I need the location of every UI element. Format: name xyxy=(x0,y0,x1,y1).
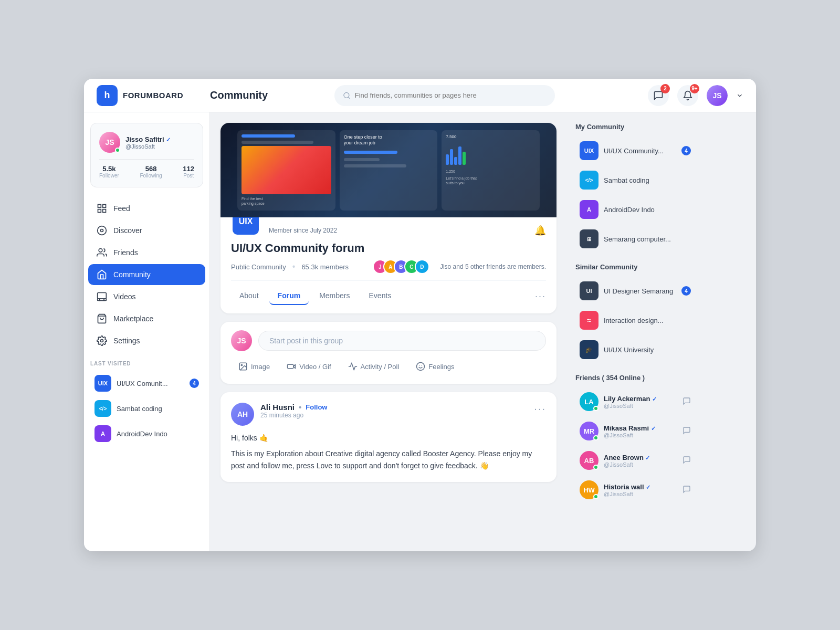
tab-more-button[interactable]: ··· xyxy=(535,291,546,301)
message-icon xyxy=(682,485,691,494)
activity-icon xyxy=(348,362,358,371)
svg-rect-4 xyxy=(98,209,101,213)
friend-info-historia: Historia wall ✓ @JissoSaft xyxy=(604,483,677,497)
svg-point-8 xyxy=(99,249,102,253)
community-list-name: UI Designer Semarang xyxy=(604,287,676,295)
friend-item-historia[interactable]: HW Historia wall ✓ @JissoSaft xyxy=(575,476,695,503)
member-note: Jiso and 5 other friends are members. xyxy=(440,263,546,270)
similar-community-item-interaction[interactable]: ≈ Interaction design... xyxy=(575,307,695,334)
notifications-button[interactable]: 9+ xyxy=(677,85,698,106)
verified-icon: ✓ xyxy=(645,455,650,461)
my-community-item-androiddev[interactable]: A AndroidDev Indo xyxy=(575,196,695,223)
center-content: Find the bestparking space One step clos… xyxy=(210,112,567,551)
svg-point-6 xyxy=(98,226,107,235)
community-name: UI/UX Community forum xyxy=(231,242,546,255)
sidebar-item-marketplace[interactable]: Marketplace xyxy=(88,308,205,329)
sidebar-item-community[interactable]: Community xyxy=(88,264,205,285)
community-card: Find the bestparking space One step clos… xyxy=(220,123,556,313)
settings-icon xyxy=(97,335,107,346)
bell-button[interactable]: 🔔 xyxy=(534,225,546,236)
friend-name: Mikasa Rasmi ✓ xyxy=(604,424,677,432)
user-avatar-button[interactable]: JS xyxy=(707,85,728,106)
stat-following: 568 Following xyxy=(140,165,162,178)
message-icon xyxy=(682,426,691,435)
friend-item-lily[interactable]: LA Lily Ackerman ✓ @JissoSaft xyxy=(575,388,695,415)
post-card: AH Ali Husni • Follow 25 minutes ago ···… xyxy=(220,392,556,482)
community-icon-interaction: ≈ xyxy=(580,311,598,330)
visited-item-androiddev[interactable]: A AndroidDev Indo xyxy=(90,421,203,446)
community-list-name: Sambat coding xyxy=(604,176,691,184)
similar-community-item-uidesign[interactable]: UI UI Designer Semarang 4 xyxy=(575,277,695,304)
visited-item-uiux[interactable]: UIX UI/UX Comunit... 4 xyxy=(90,371,203,396)
avatar-initials: JS xyxy=(712,91,721,100)
verified-icon: ✓ xyxy=(166,136,171,143)
friend-name: Lily Ackerman ✓ xyxy=(604,395,677,403)
search-bar[interactable] xyxy=(334,85,555,106)
activity-action-label: Activity / Poll xyxy=(361,363,400,371)
friends-title: Friends ( 354 Online ) xyxy=(575,374,695,382)
logo-icon: h xyxy=(97,85,118,106)
svg-line-1 xyxy=(348,97,350,98)
messages-badge: 2 xyxy=(660,84,670,93)
tab-forum[interactable]: Forum xyxy=(269,287,309,305)
messages-button[interactable]: 2 xyxy=(648,85,669,106)
tab-members[interactable]: Members xyxy=(311,287,358,305)
sidebar-item-discover[interactable]: Discover xyxy=(88,220,205,241)
my-community-item-semarang[interactable]: ⊞ Semarang computer... xyxy=(575,225,695,253)
feelings-action-button[interactable]: Feelings xyxy=(408,358,461,375)
community-badge: 4 xyxy=(681,146,691,155)
sidebar-left: JS Jisso Safitri ✓ @JissoSaft 5.5k xyxy=(84,112,210,551)
post-input[interactable]: Start post in this group xyxy=(258,331,546,351)
svg-rect-9 xyxy=(98,293,107,299)
post-content: Hi, folks 🤙 This is my Exploration about… xyxy=(231,432,546,471)
tab-about[interactable]: About xyxy=(231,287,267,305)
post-time: 25 minutes ago xyxy=(260,412,534,419)
sidebar-item-settings[interactable]: Settings xyxy=(88,330,205,351)
sidebar-item-videos[interactable]: Videos xyxy=(88,286,205,307)
my-community-item-uiux[interactable]: UIX UI/UX Community... 4 xyxy=(575,137,695,164)
sidebar-item-friends[interactable]: Friends xyxy=(88,242,205,263)
composer-actions: Image Video / Gif Activity / Poll Feelin… xyxy=(231,358,546,375)
composer-avatar: JS xyxy=(231,330,252,351)
visited-icon-sambat: </> xyxy=(94,400,111,417)
post-composer: JS Start post in this group Image Video … xyxy=(220,322,556,384)
feelings-action-label: Feelings xyxy=(428,363,454,371)
last-visited-label: LAST VISITED xyxy=(90,361,203,366)
app-title: FORUMBOARD xyxy=(123,91,183,100)
banner-mockup: Find the bestparking space One step clos… xyxy=(237,130,540,211)
post-header: AH Ali Husni • Follow 25 minutes ago ··· xyxy=(231,403,546,426)
search-input[interactable] xyxy=(355,91,547,99)
sidebar-item-label: Videos xyxy=(113,292,136,301)
similar-community-item-uiuniversity[interactable]: 🎓 UI/UX University xyxy=(575,336,695,363)
visited-item-sambat[interactable]: </> Sambat coding xyxy=(90,396,203,421)
message-friend-button[interactable] xyxy=(682,397,691,407)
message-friend-button[interactable] xyxy=(682,456,691,466)
visited-badge: 4 xyxy=(190,379,199,388)
search-icon xyxy=(343,91,351,100)
online-indicator xyxy=(593,465,598,470)
header-actions: 2 9+ JS xyxy=(648,85,743,106)
activity-action-button[interactable]: Activity / Poll xyxy=(341,358,407,375)
friend-item-anee[interactable]: AB Anee Brown ✓ @JissoSaft xyxy=(575,447,695,474)
video-action-button[interactable]: Video / Gif xyxy=(279,358,338,375)
svg-rect-17 xyxy=(288,364,293,369)
follow-button[interactable]: Follow xyxy=(306,403,327,411)
sidebar-item-feed[interactable]: Feed xyxy=(88,198,205,219)
post-more-button[interactable]: ··· xyxy=(534,403,546,415)
my-community-item-sambat[interactable]: </> Sambat coding xyxy=(575,166,695,194)
logo-area: h FORUMBOARD xyxy=(97,85,202,106)
my-community-title: My Community xyxy=(575,123,695,131)
community-icon-semarang: ⊞ xyxy=(580,229,598,248)
friend-item-mikasa[interactable]: MR Mikasa Rasmi ✓ @JissoSaft xyxy=(575,417,695,445)
community-icon-sambat: </> xyxy=(580,171,598,190)
community-list-name: UI/UX University xyxy=(604,346,691,354)
tab-events[interactable]: Events xyxy=(361,287,400,305)
post-author-avatar: AH xyxy=(231,403,254,426)
profile-handle: @JissoSaft xyxy=(125,143,171,150)
image-icon xyxy=(238,362,248,371)
message-friend-button[interactable] xyxy=(682,485,691,495)
message-friend-button[interactable] xyxy=(682,426,691,436)
image-action-button[interactable]: Image xyxy=(231,358,277,375)
svg-point-7 xyxy=(101,229,103,232)
tabs-row: About Forum Members Events ··· xyxy=(231,280,546,305)
